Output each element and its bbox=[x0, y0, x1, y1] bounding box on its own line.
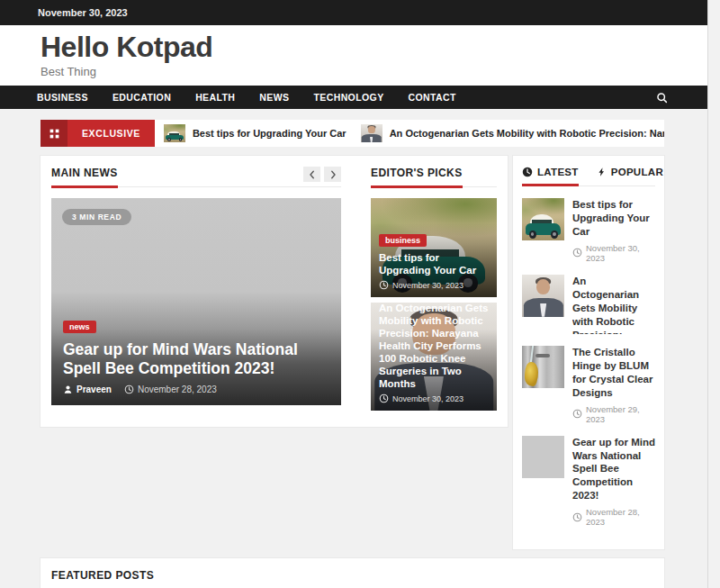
chevron-right-icon bbox=[328, 170, 338, 179]
category-badge-news[interactable]: news bbox=[63, 321, 96, 333]
featured-posts-section: FEATURED POSTS business Best tips for Up… bbox=[40, 558, 664, 588]
scrollbar-track[interactable] bbox=[707, 0, 720, 588]
ticker-items: Best tips for Upgrading Your Car An Octo… bbox=[155, 120, 664, 147]
tab-popular[interactable]: POPULAR bbox=[597, 167, 663, 177]
chevron-left-icon bbox=[308, 170, 317, 179]
read-time-badge: 3 MIN READ bbox=[62, 209, 131, 225]
nav-item-education[interactable]: EDUCATION bbox=[112, 92, 171, 103]
grid-dots-icon bbox=[40, 120, 68, 147]
carousel-prev-button[interactable] bbox=[303, 167, 320, 182]
main-news-article-card[interactable]: 3 MIN READ news Gear up for Mind Wars Na… bbox=[51, 198, 341, 405]
main-content-panel: MAIN NEWS 3 MIN READ news Gear up for Mi… bbox=[40, 156, 508, 427]
article-date: November 30, 2023 bbox=[379, 394, 490, 403]
featured-posts-heading: FEATURED POSTS bbox=[51, 569, 154, 588]
clock-icon bbox=[572, 248, 582, 258]
article-title[interactable]: Best tips for Upgrading Your Car bbox=[379, 251, 490, 276]
article-date: November 29, 2023 bbox=[572, 404, 655, 424]
person-icon bbox=[63, 384, 73, 394]
man-thumbnail bbox=[522, 275, 564, 317]
nav-item-business[interactable]: BUSINESS bbox=[37, 92, 88, 103]
article-date: November 30, 2023 bbox=[379, 280, 490, 290]
article-title[interactable]: An Octogenarian Gets Mobility with Robot… bbox=[379, 303, 490, 390]
article-author[interactable]: Praveen bbox=[63, 384, 112, 394]
article-date: November 28, 2023 bbox=[124, 384, 217, 394]
carousel-next-button[interactable] bbox=[324, 167, 341, 182]
main-navigation: BUSINESS EDUCATION HEALTH NEWS TECHNOLOG… bbox=[0, 86, 707, 109]
editors-pick-card[interactable]: business Best tips for Upgrading Your Ca… bbox=[371, 198, 497, 297]
man-thumbnail bbox=[361, 124, 382, 142]
latest-list-item[interactable]: An Octogenarian Gets Mobility with Robot… bbox=[522, 275, 655, 334]
nav-item-contact[interactable]: CONTACT bbox=[409, 92, 456, 103]
latest-list-item[interactable]: Gear up for Mind Wars National Spell Bee… bbox=[522, 436, 655, 528]
tab-latest[interactable]: LATEST bbox=[522, 167, 579, 177]
car-thumbnail bbox=[164, 124, 185, 142]
editors-pick-card[interactable]: health An Octogenarian Gets Mobility wit… bbox=[371, 303, 497, 411]
news-ticker: EXCLUSIVE Best tips for Upgrading Your C… bbox=[40, 120, 664, 147]
latest-list-item[interactable]: The Cristallo Hinge by BLUM for Crystal … bbox=[522, 346, 655, 424]
nav-item-news[interactable]: NEWS bbox=[259, 92, 289, 103]
topbar: November 30, 2023 bbox=[0, 0, 707, 25]
lightning-bolt-icon bbox=[597, 167, 607, 177]
ticker-label: EXCLUSIVE bbox=[68, 120, 155, 147]
clock-icon bbox=[379, 394, 389, 403]
editors-picks-section: EDITOR'S PICKS business Best tips for Up… bbox=[371, 167, 497, 416]
placeholder-thumbnail bbox=[522, 436, 564, 478]
main-news-section: MAIN NEWS 3 MIN READ news Gear up for Mi… bbox=[51, 167, 341, 416]
clock-icon bbox=[572, 409, 582, 419]
latest-list-item[interactable]: Best tips for Upgrading Your Car Novembe… bbox=[522, 198, 655, 263]
search-icon bbox=[656, 92, 668, 104]
site-title[interactable]: Hello Kotpad bbox=[40, 32, 707, 63]
clock-icon bbox=[522, 167, 533, 177]
article-title: An Octogenarian Gets Mobility with Robot… bbox=[572, 275, 655, 334]
ticker-badge: EXCLUSIVE bbox=[40, 120, 155, 147]
ticker-item-title: Best tips for Upgrading Your Car bbox=[193, 128, 346, 139]
clock-icon bbox=[124, 384, 134, 394]
article-title[interactable]: Gear up for Mind Wars National Spell Bee… bbox=[63, 340, 329, 378]
latest-popular-panel: LATEST POPULAR Best tips for Upgrading Y… bbox=[513, 156, 664, 549]
article-title: Gear up for Mind Wars National Spell Bee… bbox=[572, 436, 655, 503]
hinge-thumbnail bbox=[522, 346, 564, 388]
ticker-item[interactable]: Best tips for Upgrading Your Car bbox=[164, 124, 346, 142]
main-news-heading: MAIN NEWS bbox=[51, 167, 118, 186]
ticker-item[interactable]: An Octogenarian Gets Mobility with Robot… bbox=[361, 124, 664, 142]
editors-picks-heading: EDITOR'S PICKS bbox=[371, 167, 463, 186]
clock-icon bbox=[572, 512, 582, 522]
site-tagline: Best Thing bbox=[40, 65, 707, 78]
article-date: November 30, 2023 bbox=[572, 243, 655, 263]
category-badge-business[interactable]: business bbox=[379, 234, 427, 247]
article-title: Best tips for Upgrading Your Car bbox=[572, 198, 655, 239]
clock-icon bbox=[379, 280, 389, 290]
ticker-item-title: An Octogenarian Gets Mobility with Robot… bbox=[390, 128, 664, 139]
search-button[interactable] bbox=[656, 92, 668, 104]
nav-item-health[interactable]: HEALTH bbox=[195, 92, 235, 103]
car-thumbnail bbox=[522, 198, 564, 240]
nav-item-technology[interactable]: TECHNOLOGY bbox=[313, 92, 383, 103]
article-title: The Cristallo Hinge by BLUM for Crystal … bbox=[572, 346, 655, 400]
current-date: November 30, 2023 bbox=[38, 7, 128, 18]
site-header: Hello Kotpad Best Thing bbox=[0, 25, 707, 86]
article-date: November 28, 2023 bbox=[572, 507, 655, 527]
